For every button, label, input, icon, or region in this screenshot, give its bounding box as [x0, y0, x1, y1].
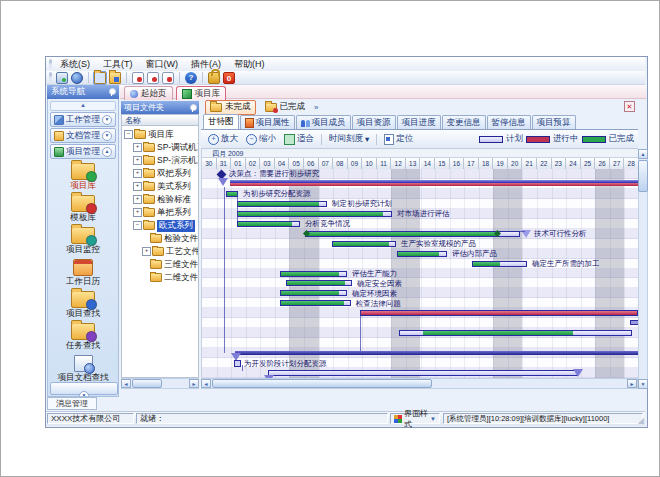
tree-node-工艺文件[interactable]: +工艺文件: [122, 245, 198, 258]
gantt-task-bar[interactable]: [286, 280, 352, 286]
summary-collapsed-icon[interactable]: [234, 360, 241, 367]
ui-style-button[interactable]: 界面样式 ▼: [390, 413, 440, 424]
tree-node-欧式系列[interactable]: −欧式系列: [122, 219, 198, 232]
gantt-task-bar[interactable]: [237, 201, 327, 207]
menu-item-0[interactable]: 系统(S): [60, 58, 90, 71]
chevron-down-icon[interactable]: ▼: [102, 131, 112, 141]
scroll-up-button[interactable]: ▲: [638, 149, 648, 159]
gantt-task-bar[interactable]: [280, 271, 347, 277]
gantt-tab-项目预算[interactable]: 项目预算: [532, 115, 576, 129]
gantt-button-时间刻度[interactable]: 时间刻度▾: [326, 132, 372, 146]
lock-icon[interactable]: [208, 72, 220, 84]
tab-project-library[interactable]: 项目库: [176, 86, 227, 100]
pin-icon[interactable]: [189, 104, 196, 112]
expand-icon[interactable]: +: [133, 195, 142, 204]
tree-node-SP-调试机系[interactable]: +SP-调试机系: [122, 141, 198, 154]
expand-icon[interactable]: +: [133, 143, 142, 152]
filter-finished-button[interactable]: 已完成: [260, 100, 311, 115]
tree-node-二维文件[interactable]: 二维文件: [122, 271, 198, 284]
pin-icon[interactable]: [108, 88, 115, 96]
tree-node-检验标准[interactable]: +检验标准: [122, 193, 198, 206]
scroll-left-button[interactable]: ◄: [201, 379, 211, 388]
tree-scroll-thumb[interactable]: [132, 379, 162, 388]
tree-scroll-right-button[interactable]: ►: [189, 379, 199, 388]
tree-node-SP-演示机系[interactable]: +SP-演示机系: [122, 154, 198, 167]
exit-icon[interactable]: 0: [223, 72, 235, 84]
gantt-plan-bar[interactable]: [268, 370, 578, 376]
menu-item-1[interactable]: 工具(T): [103, 58, 133, 71]
chevron-up-icon[interactable]: ▲: [102, 147, 112, 157]
gantt-tab-项目成员[interactable]: 项目成员: [296, 115, 351, 129]
monitor-icon[interactable]: [56, 72, 68, 84]
gantt-summary-bar[interactable]: [235, 351, 638, 355]
gantt-task-bar[interactable]: [332, 241, 396, 247]
tree-node-双把系列[interactable]: +双把系列: [122, 167, 198, 180]
globe-icon[interactable]: [71, 72, 83, 84]
sidebar-item-项目监控[interactable]: 项目监控: [48, 224, 118, 255]
sidebar-group-1[interactable]: 文档管理▼: [50, 128, 116, 143]
tree-node-检验文件[interactable]: 检验文件: [122, 232, 198, 245]
overflow-chevron-icon[interactable]: »: [314, 103, 318, 112]
sidebar-group-partial[interactable]: ▼: [50, 382, 118, 395]
gantt-task-bar[interactable]: [237, 211, 392, 217]
tree-column-header[interactable]: 名称: [121, 114, 199, 126]
menu-item-4[interactable]: 帮助(H): [234, 58, 265, 71]
vertical-scroll-thumb[interactable]: [638, 160, 648, 192]
sidebar-item-项目库[interactable]: 项目库: [48, 160, 118, 191]
gantt-tab-变更信息[interactable]: 变更信息: [442, 115, 486, 129]
gantt-tab-项目属性[interactable]: 项目属性: [240, 115, 295, 129]
sidebar-item-工作日历[interactable]: 工作日历: [48, 256, 118, 287]
tree-node-美式系列[interactable]: +美式系列: [122, 180, 198, 193]
gantt-button-适合[interactable]: 适合: [281, 132, 317, 146]
tree-node-项目库[interactable]: −项目库: [122, 128, 198, 141]
tree-scroll-left-button[interactable]: ◄: [121, 379, 131, 388]
gantt-task-bar[interactable]: [397, 251, 447, 257]
menu-item-2[interactable]: 窗口(W): [146, 58, 179, 71]
expand-icon[interactable]: +: [133, 182, 142, 191]
collapse-icon[interactable]: −: [124, 130, 133, 139]
sidebar-item-项目查找[interactable]: 项目查找: [48, 288, 118, 319]
schedule-clock-icon[interactable]: [147, 72, 159, 84]
help-icon[interactable]: ?: [185, 72, 197, 84]
tab-message-management[interactable]: 消息管理: [47, 397, 97, 410]
sidebar-collapse-button[interactable]: ▲: [50, 101, 116, 111]
folder-open-icon[interactable]: [94, 72, 106, 84]
gantt-button-放大[interactable]: +放大: [205, 132, 241, 146]
sidebar-item-任务查找[interactable]: 任务查找: [48, 320, 118, 351]
gantt-task-bar[interactable]: [472, 261, 527, 267]
gantt-tab-甘特图[interactable]: 甘特图: [203, 114, 239, 129]
gantt-task-bar[interactable]: [280, 300, 351, 306]
expand-icon[interactable]: +: [133, 156, 142, 165]
resize-grip[interactable]: ◢: [638, 416, 644, 425]
scroll-down-button[interactable]: ▼: [638, 379, 648, 389]
expand-icon[interactable]: +: [142, 247, 151, 256]
gantt-bar-fragment[interactable]: [630, 320, 638, 325]
sidebar-group-0[interactable]: 工作管理▼: [50, 112, 116, 127]
expand-icon[interactable]: +: [133, 208, 142, 217]
horizontal-scroll-thumb[interactable]: [212, 379, 432, 388]
scroll-right-button[interactable]: ►: [627, 379, 637, 388]
chevron-down-icon[interactable]: ▼: [102, 115, 112, 125]
gantt-summary-progress-bar[interactable]: [230, 183, 638, 186]
schedule-close-icon[interactable]: [162, 72, 174, 84]
gantt-task-bar[interactable]: [280, 290, 347, 296]
filter-unfinished-button[interactable]: 未完成: [205, 100, 256, 115]
folder-chart-icon[interactable]: [109, 72, 121, 84]
expand-icon[interactable]: +: [133, 169, 142, 178]
gantt-task-bar[interactable]: [237, 221, 300, 227]
gantt-tab-暂停信息[interactable]: 暂停信息: [487, 115, 531, 129]
sidebar-item-模板库[interactable]: 模板库: [48, 192, 118, 223]
gantt-button-缩小[interactable]: −缩小: [243, 132, 279, 146]
tab-home[interactable]: 起始页: [124, 86, 173, 100]
gantt-inprogress-bar[interactable]: [360, 310, 638, 316]
tree-node-单把系列[interactable]: +单把系列: [122, 206, 198, 219]
sidebar-item-项目文档查找[interactable]: 项目文档查找: [48, 352, 118, 383]
gantt-button-定位[interactable]: 定位: [381, 132, 416, 146]
gantt-task-bar[interactable]: [399, 330, 632, 336]
gantt-tab-项目进度[interactable]: 项目进度: [397, 115, 441, 129]
sidebar-group-2[interactable]: 项目管理▲: [50, 144, 116, 159]
gantt-tab-项目资源[interactable]: 项目资源: [352, 115, 396, 129]
schedule-add-icon[interactable]: [132, 72, 144, 84]
collapse-icon[interactable]: −: [133, 221, 142, 230]
gantt-task-bar[interactable]: [305, 231, 520, 237]
